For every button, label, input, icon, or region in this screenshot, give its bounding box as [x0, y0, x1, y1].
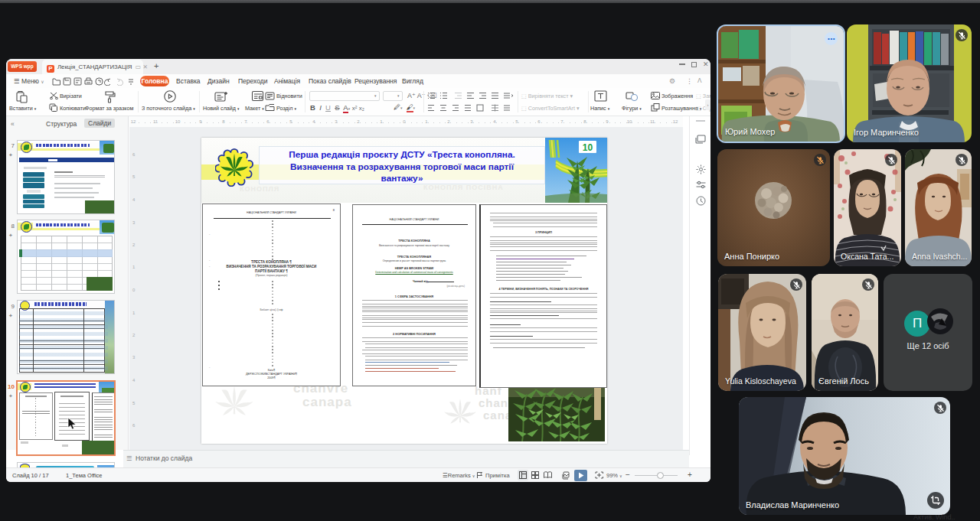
svg-text:10: 10 — [583, 142, 593, 153]
